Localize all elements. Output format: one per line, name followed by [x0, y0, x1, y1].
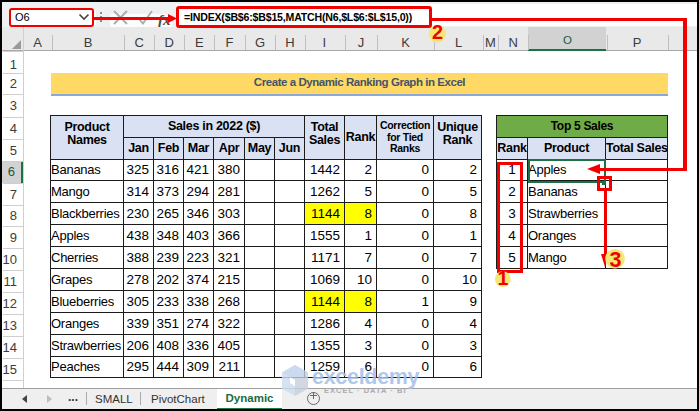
- svg-text:2: 2: [432, 21, 443, 43]
- svg-text:3: 3: [609, 248, 621, 272]
- svg-text:1: 1: [498, 268, 509, 289]
